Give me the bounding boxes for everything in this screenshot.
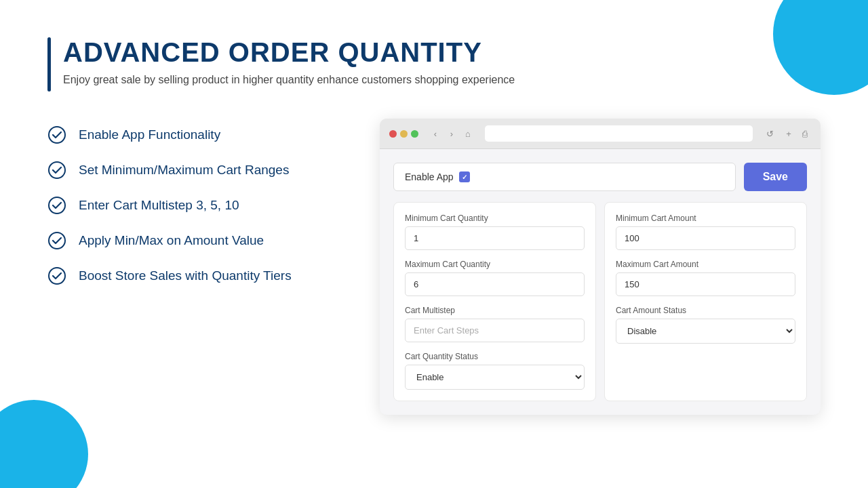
browser-bar: ‹ › ⌂ ↺ + ⎙ bbox=[380, 119, 821, 149]
browser-content: Enable App Save Minimum Cart Quantity bbox=[380, 149, 821, 415]
back-button[interactable]: ‹ bbox=[429, 127, 441, 140]
header: ADVANCED ORDER QUANTITY Enjoy great sale… bbox=[47, 37, 821, 92]
panels-row: Minimum Cart Quantity Maximum Cart Quant… bbox=[393, 202, 807, 401]
enable-app-checkbox[interactable] bbox=[459, 171, 470, 182]
right-panel: Minimum Cart Amount Maximum Cart Amount … bbox=[604, 202, 807, 401]
max-amount-input[interactable] bbox=[616, 272, 795, 296]
dot-green bbox=[411, 130, 418, 138]
dot-red bbox=[389, 130, 397, 138]
browser-actions: + ⎙ bbox=[783, 127, 811, 140]
browser-nav: ‹ › ⌂ bbox=[429, 127, 474, 140]
feature-item-enter-multistep: Enter Cart Multistep 3, 5, 10 bbox=[47, 196, 339, 215]
amount-status-select[interactable]: Enable Disable bbox=[616, 319, 795, 344]
dot-yellow bbox=[400, 130, 408, 138]
header-text: ADVANCED ORDER QUANTITY Enjoy great sale… bbox=[63, 37, 515, 86]
max-qty-group: Maximum Cart Quantity bbox=[405, 260, 585, 296]
browser-dots bbox=[389, 130, 418, 138]
feature-item-apply-min-max: Apply Min/Max on Amount Value bbox=[47, 231, 339, 250]
enable-app-input[interactable]: Enable App bbox=[393, 163, 736, 191]
features-list: Enable App Functionality Set Minimum/Max… bbox=[47, 119, 339, 285]
min-qty-label: Minimum Cart Quantity bbox=[405, 214, 585, 223]
max-amount-label: Maximum Cart Amount bbox=[616, 260, 795, 269]
forward-button[interactable]: › bbox=[446, 127, 458, 140]
share-button[interactable]: ⎙ bbox=[799, 127, 811, 140]
add-tab-button[interactable]: + bbox=[783, 127, 795, 140]
page-subtitle: Enjoy great sale by selling product in h… bbox=[63, 74, 515, 86]
max-amount-group: Maximum Cart Amount bbox=[616, 260, 795, 296]
feature-label: Enter Cart Multistep 3, 5, 10 bbox=[79, 198, 239, 213]
header-border bbox=[47, 37, 51, 92]
enable-app-label: Enable App bbox=[405, 171, 454, 182]
qty-status-select[interactable]: Enable Disable bbox=[405, 365, 585, 390]
min-amount-group: Minimum Cart Amount bbox=[616, 214, 795, 250]
feature-item-enable-app: Enable App Functionality bbox=[47, 125, 339, 144]
multistep-group: Cart Multistep bbox=[405, 306, 585, 342]
checkmark-icon bbox=[47, 266, 66, 285]
checkmark-icon bbox=[47, 125, 66, 144]
left-panel: Minimum Cart Quantity Maximum Cart Quant… bbox=[393, 202, 596, 401]
amount-status-group: Cart Amount Status Enable Disable bbox=[616, 306, 795, 344]
qty-status-label: Cart Quantity Status bbox=[405, 352, 585, 361]
page-title: ADVANCED ORDER QUANTITY bbox=[63, 37, 515, 67]
enable-app-row: Enable App Save bbox=[393, 163, 807, 191]
refresh-button[interactable]: ↺ bbox=[764, 127, 776, 140]
checkmark-icon bbox=[47, 161, 66, 180]
svg-point-3 bbox=[49, 232, 65, 249]
home-button[interactable]: ⌂ bbox=[462, 127, 474, 140]
svg-point-2 bbox=[49, 197, 65, 214]
svg-point-0 bbox=[49, 127, 65, 143]
svg-point-1 bbox=[49, 162, 65, 178]
min-amount-input[interactable] bbox=[616, 226, 795, 250]
feature-item-boost-sales: Boost Store Sales with Quantity Tiers bbox=[47, 266, 339, 285]
feature-label: Set Minimum/Maximum Cart Ranges bbox=[79, 163, 289, 178]
amount-status-label: Cart Amount Status bbox=[616, 306, 795, 315]
address-bar[interactable] bbox=[485, 125, 753, 142]
svg-point-4 bbox=[49, 268, 65, 284]
max-qty-input[interactable] bbox=[405, 272, 585, 296]
feature-label: Boost Store Sales with Quantity Tiers bbox=[79, 268, 292, 283]
min-amount-label: Minimum Cart Amount bbox=[616, 214, 795, 223]
feature-label: Apply Min/Max on Amount Value bbox=[79, 233, 264, 248]
checkmark-icon bbox=[47, 196, 66, 215]
max-qty-label: Maximum Cart Quantity bbox=[405, 260, 585, 269]
min-qty-group: Minimum Cart Quantity bbox=[405, 214, 585, 250]
save-button[interactable]: Save bbox=[744, 163, 807, 191]
main-content: Enable App Functionality Set Minimum/Max… bbox=[47, 119, 821, 415]
checkmark-icon bbox=[47, 231, 66, 250]
multistep-label: Cart Multistep bbox=[405, 306, 585, 315]
qty-status-group: Cart Quantity Status Enable Disable bbox=[405, 352, 585, 390]
multistep-input[interactable] bbox=[405, 319, 585, 342]
browser-mockup: ‹ › ⌂ ↺ + ⎙ Enable App bbox=[380, 119, 821, 415]
feature-item-set-ranges: Set Minimum/Maximum Cart Ranges bbox=[47, 161, 339, 180]
min-qty-input[interactable] bbox=[405, 226, 585, 250]
feature-label: Enable App Functionality bbox=[79, 127, 220, 142]
